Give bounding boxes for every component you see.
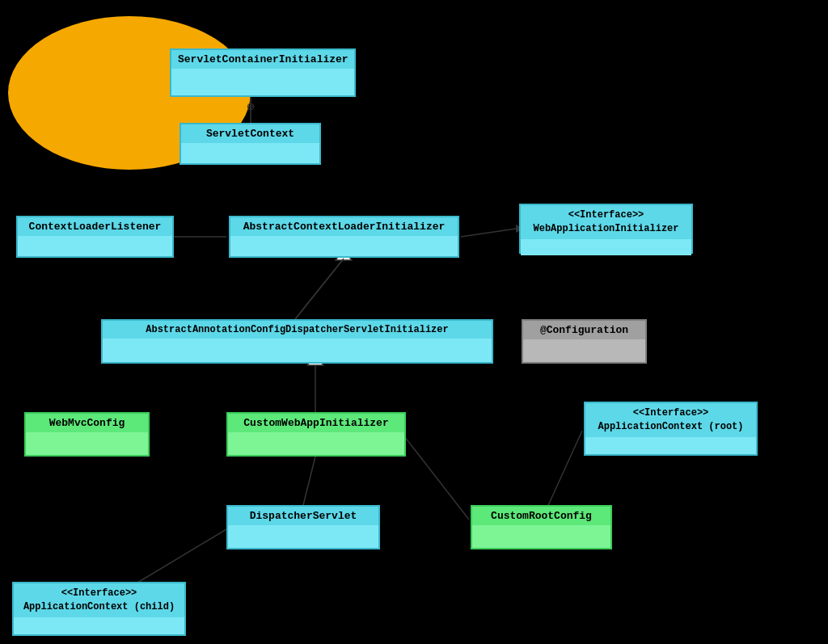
dispatcher-servlet-label: DispatcherServlet	[228, 507, 378, 525]
at-configuration-box: @Configuration	[522, 319, 647, 364]
servlet-container-initializer-body	[171, 69, 354, 95]
custom-web-app-initializer-label: CustomWebAppInitializer	[228, 414, 404, 432]
servlet-container-initializer-box: ServletContainerInitializer	[170, 48, 356, 97]
svg-line-14	[295, 259, 344, 319]
svg-line-4	[461, 229, 516, 237]
servlet-context-body	[181, 143, 319, 163]
abstract-context-loader-label: AbstractContextLoaderInitializer	[230, 217, 458, 236]
servlet-context-label: ServletContext	[181, 124, 319, 143]
application-context-child-box: <<Interface>> ApplicationContext (child)	[12, 582, 186, 636]
app-ctx-root-name: ApplicationContext (root)	[598, 421, 743, 432]
dispatcher-servlet-body	[228, 525, 378, 548]
app-ctx-child-interface: <<Interface>>	[61, 587, 137, 599]
web-mvc-config-body	[26, 432, 148, 455]
svg-line-10	[303, 457, 315, 505]
servlet-container-initializer-label: ServletContainerInitializer	[171, 50, 354, 69]
abstract-annotation-config-body	[103, 339, 492, 362]
web-app-initializer-label: <<Interface>> <<Interface>> WebApplicati…	[521, 205, 691, 239]
custom-web-app-initializer-box: CustomWebAppInitializer	[226, 412, 406, 457]
dispatcher-servlet-box: DispatcherServlet	[226, 505, 380, 549]
abstract-annotation-config-box: AbstractAnnotationConfigDispatcherServle…	[101, 319, 493, 364]
at-configuration-label: @Configuration	[523, 321, 645, 339]
app-ctx-child-name: ApplicationContext (child)	[23, 601, 175, 612]
application-context-child-body	[14, 617, 184, 634]
application-context-child-label: <<Interface>> ApplicationContext (child)	[14, 583, 184, 617]
context-loader-listener-body	[18, 236, 172, 256]
context-loader-listener-label: ContextLoaderListener	[18, 217, 172, 236]
web-app-initializer-body	[521, 239, 691, 255]
web-mvc-config-label: WebMvcConfig	[26, 414, 148, 432]
web-mvc-config-box: WebMvcConfig	[24, 412, 150, 457]
custom-web-app-initializer-body	[228, 432, 404, 455]
web-app-initializer-box: <<Interface>> <<Interface>> WebApplicati…	[519, 204, 693, 254]
application-context-root-body	[585, 437, 756, 454]
abstract-context-loader-box: AbstractContextLoaderInitializer	[229, 216, 459, 258]
app-ctx-root-interface: <<Interface>>	[633, 407, 709, 419]
custom-root-config-body	[472, 525, 610, 548]
custom-root-config-label: CustomRootConfig	[472, 507, 610, 525]
context-loader-listener-box: ContextLoaderListener	[16, 216, 174, 258]
abstract-context-loader-body	[230, 236, 458, 256]
application-context-root-box: <<Interface>> ApplicationContext (root)	[584, 402, 758, 456]
at-configuration-body	[523, 339, 645, 362]
svg-line-11	[404, 436, 469, 520]
custom-root-config-box: CustomRootConfig	[471, 505, 612, 549]
web-app-initializer-name2: WebApplicationInitializer	[533, 223, 678, 234]
abstract-annotation-config-label: AbstractAnnotationConfigDispatcherServle…	[103, 321, 492, 339]
web-app-initializer-interface: <<Interface>>	[568, 209, 644, 221]
diagram: Servlet Container ⊕	[0, 0, 828, 644]
servlet-context-box: ServletContext	[180, 123, 321, 165]
application-context-root-label: <<Interface>> ApplicationContext (root)	[585, 403, 756, 437]
servlet-container-text: Servlet Container	[217, 19, 332, 32]
svg-line-6	[295, 259, 344, 319]
